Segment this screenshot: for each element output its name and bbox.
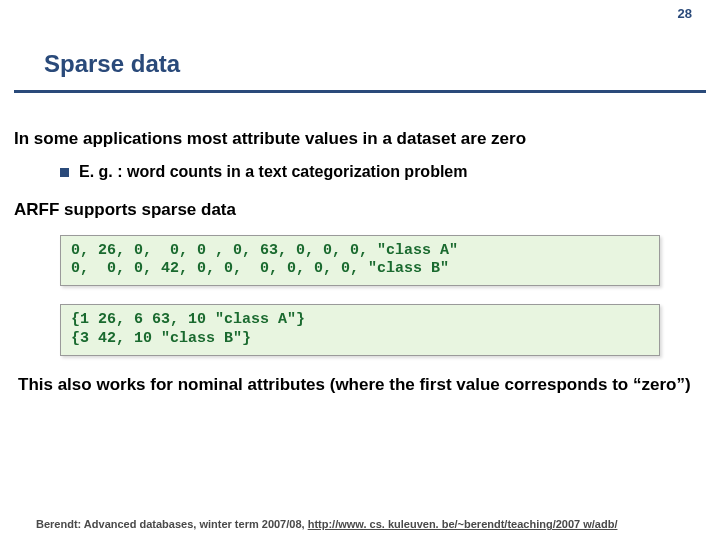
footer-text: Berendt: Advanced databases, winter term… [36, 518, 308, 530]
footer-link[interactable]: http://www. cs. kuleuven. be/~berendt/te… [308, 518, 618, 530]
page-title: Sparse data [44, 50, 180, 78]
title-rule [14, 90, 706, 93]
paragraph-3: This also works for nominal attributes (… [46, 374, 710, 395]
code-box-sparse: {1 26, 6 63, 10 "class A"} {3 42, 10 "cl… [60, 304, 660, 356]
paragraph-2: ARFF supports sparse data [10, 199, 710, 220]
square-bullet-icon [60, 168, 69, 177]
bullet-row-1: E. g. : word counts in a text categoriza… [10, 163, 710, 181]
content: In some applications most attribute valu… [10, 128, 710, 395]
page-number: 28 [678, 6, 692, 21]
bullet-text-1: E. g. : word counts in a text categoriza… [79, 163, 467, 181]
code-box-dense: 0, 26, 0, 0, 0 , 0, 63, 0, 0, 0, "class … [60, 235, 660, 287]
paragraph-1: In some applications most attribute valu… [10, 128, 710, 149]
footer: Berendt: Advanced databases, winter term… [36, 518, 700, 530]
